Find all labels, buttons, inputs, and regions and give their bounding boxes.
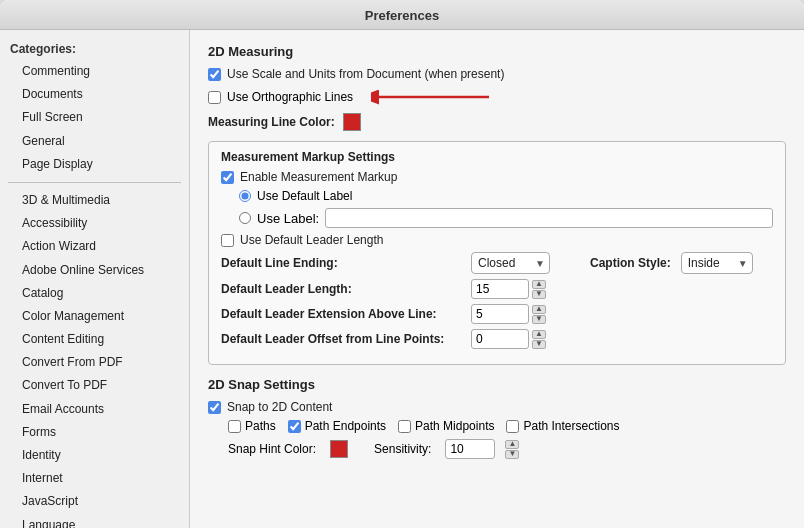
spinner-down-btn[interactable]: ▼ xyxy=(532,290,546,299)
sidebar-item-color-management[interactable]: Color Management xyxy=(0,305,189,328)
measuring-line-color-swatch[interactable] xyxy=(343,113,361,131)
sidebar-item-convert-to-pdf[interactable]: Convert To PDF xyxy=(0,374,189,397)
sidebar-item-commenting[interactable]: Commenting xyxy=(0,60,189,83)
dialog-title: Preferences xyxy=(365,8,439,23)
use-label-label: Use Label: xyxy=(257,211,319,226)
use-label-row: Use Label: xyxy=(239,208,773,228)
measuring-line-color-label: Measuring Line Color: xyxy=(208,115,335,129)
spinner-offset-up-btn[interactable]: ▲ xyxy=(532,330,546,339)
use-label-radio[interactable] xyxy=(239,212,251,224)
preferences-dialog: Preferences Categories: Commenting Docum… xyxy=(0,0,804,528)
sidebar-item-email-accounts[interactable]: Email Accounts xyxy=(0,398,189,421)
dialog-body: Categories: Commenting Documents Full Sc… xyxy=(0,30,804,528)
default-line-ending-select-wrapper: Closed Open None Square Circle Diamond ▼ xyxy=(471,252,550,274)
sidebar-item-forms[interactable]: Forms xyxy=(0,421,189,444)
enable-markup-label: Enable Measurement Markup xyxy=(240,170,397,184)
snap-to-2d-checkbox[interactable] xyxy=(208,401,221,414)
sidebar-item-documents[interactable]: Documents xyxy=(0,83,189,106)
path-intersections-option: Path Intersections xyxy=(506,419,619,433)
path-endpoints-checkbox[interactable] xyxy=(288,420,301,433)
snap-to-2d-label: Snap to 2D Content xyxy=(227,400,332,414)
sidebar-item-page-display[interactable]: Page Display xyxy=(0,153,189,176)
sidebar-item-accessibility[interactable]: Accessibility xyxy=(0,212,189,235)
use-ortho-checkbox[interactable] xyxy=(208,91,221,104)
default-leader-extension-value: ▲ ▼ xyxy=(471,304,546,324)
default-leader-extension-spinner: ▲ ▼ xyxy=(532,305,546,324)
default-leader-offset-label: Default Leader Offset from Line Points: xyxy=(221,332,471,346)
sidebar-item-convert-from-pdf[interactable]: Convert From PDF xyxy=(0,351,189,374)
path-intersections-checkbox[interactable] xyxy=(506,420,519,433)
spinner-up-btn[interactable]: ▲ xyxy=(532,280,546,289)
sidebar-section-label: Categories: xyxy=(0,38,189,60)
use-default-leader-label: Use Default Leader Length xyxy=(240,233,383,247)
sensitivity-up-btn[interactable]: ▲ xyxy=(505,440,519,449)
enable-markup-row: Enable Measurement Markup xyxy=(221,170,773,184)
spinner-ext-up-btn[interactable]: ▲ xyxy=(532,305,546,314)
sidebar-item-catalog[interactable]: Catalog xyxy=(0,282,189,305)
enable-markup-checkbox[interactable] xyxy=(221,171,234,184)
markup-settings-group: Measurement Markup Settings Enable Measu… xyxy=(208,141,786,365)
caption-style-select[interactable]: Inside Outside xyxy=(681,252,753,274)
snap-hint-color-label: Snap Hint Color: xyxy=(228,442,316,456)
snap-hint-row: Snap Hint Color: Sensitivity: ▲ ▼ xyxy=(228,439,786,459)
sidebar-item-identity[interactable]: Identity xyxy=(0,444,189,467)
sensitivity-input[interactable] xyxy=(445,439,495,459)
use-default-leader-row: Use Default Leader Length xyxy=(221,233,773,247)
default-line-ending-select[interactable]: Closed Open None Square Circle Diamond xyxy=(471,252,550,274)
path-endpoints-label: Path Endpoints xyxy=(305,419,386,433)
default-leader-length-spinner: ▲ ▼ xyxy=(532,280,546,299)
sidebar-item-adobe-online[interactable]: Adobe Online Services xyxy=(0,259,189,282)
path-endpoints-option: Path Endpoints xyxy=(288,419,386,433)
use-scale-row: Use Scale and Units from Document (when … xyxy=(208,67,786,81)
use-scale-checkbox[interactable] xyxy=(208,68,221,81)
paths-option: Paths xyxy=(228,419,276,433)
sensitivity-label: Sensitivity: xyxy=(374,442,431,456)
use-default-leader-checkbox[interactable] xyxy=(221,234,234,247)
sidebar-item-action-wizard[interactable]: Action Wizard xyxy=(0,235,189,258)
use-label-input[interactable] xyxy=(325,208,773,228)
main-content: 2D Measuring Use Scale and Units from Do… xyxy=(190,30,804,528)
sensitivity-down-btn[interactable]: ▼ xyxy=(505,450,519,459)
sidebar-item-javascript[interactable]: JavaScript xyxy=(0,490,189,513)
default-leader-length-input[interactable] xyxy=(471,279,529,299)
default-leader-length-value: ▲ ▼ xyxy=(471,279,546,299)
snap-2d-title: 2D Snap Settings xyxy=(208,377,786,392)
snap-to-2d-row: Snap to 2D Content xyxy=(208,400,786,414)
path-midpoints-label: Path Midpoints xyxy=(415,419,494,433)
snap-options-row: Paths Path Endpoints Path Midpoints Path… xyxy=(228,419,786,433)
sidebar-item-language[interactable]: Language xyxy=(0,514,189,528)
sidebar-item-content-editing[interactable]: Content Editing xyxy=(0,328,189,351)
default-leader-offset-spinner: ▲ ▼ xyxy=(532,330,546,349)
paths-checkbox[interactable] xyxy=(228,420,241,433)
red-arrow-icon xyxy=(371,86,491,108)
caption-style-label: Caption Style: xyxy=(590,256,671,270)
title-bar: Preferences xyxy=(0,0,804,30)
use-default-label-label: Use Default Label xyxy=(257,189,352,203)
default-line-ending-row: Default Line Ending: Closed Open None Sq… xyxy=(221,252,773,274)
sidebar-item-full-screen[interactable]: Full Screen xyxy=(0,106,189,129)
snap-hint-color-swatch[interactable] xyxy=(330,440,348,458)
sensitivity-spinner: ▲ ▼ xyxy=(505,440,519,459)
caption-style-group: Caption Style: Inside Outside ▼ xyxy=(590,252,753,274)
default-leader-extension-row: Default Leader Extension Above Line: ▲ ▼ xyxy=(221,304,773,324)
default-leader-offset-row: Default Leader Offset from Line Points: … xyxy=(221,329,773,349)
use-default-label-row: Use Default Label xyxy=(239,189,773,203)
spinner-offset-down-btn[interactable]: ▼ xyxy=(532,340,546,349)
paths-label: Paths xyxy=(245,419,276,433)
spinner-ext-down-btn[interactable]: ▼ xyxy=(532,315,546,324)
default-leader-offset-input[interactable] xyxy=(471,329,529,349)
caption-style-select-wrapper: Inside Outside ▼ xyxy=(681,252,753,274)
path-midpoints-checkbox[interactable] xyxy=(398,420,411,433)
use-default-label-radio[interactable] xyxy=(239,190,251,202)
path-midpoints-option: Path Midpoints xyxy=(398,419,494,433)
default-leader-offset-value: ▲ ▼ xyxy=(471,329,546,349)
default-line-ending-label: Default Line Ending: xyxy=(221,256,471,270)
use-ortho-label: Use Orthographic Lines xyxy=(227,90,353,104)
sidebar-item-internet[interactable]: Internet xyxy=(0,467,189,490)
sidebar-item-general[interactable]: General xyxy=(0,130,189,153)
default-leader-extension-input[interactable] xyxy=(471,304,529,324)
markup-settings-title: Measurement Markup Settings xyxy=(221,150,773,164)
default-leader-length-row: Default Leader Length: ▲ ▼ xyxy=(221,279,773,299)
use-scale-label: Use Scale and Units from Document (when … xyxy=(227,67,504,81)
sidebar-item-3d-multimedia[interactable]: 3D & Multimedia xyxy=(0,189,189,212)
